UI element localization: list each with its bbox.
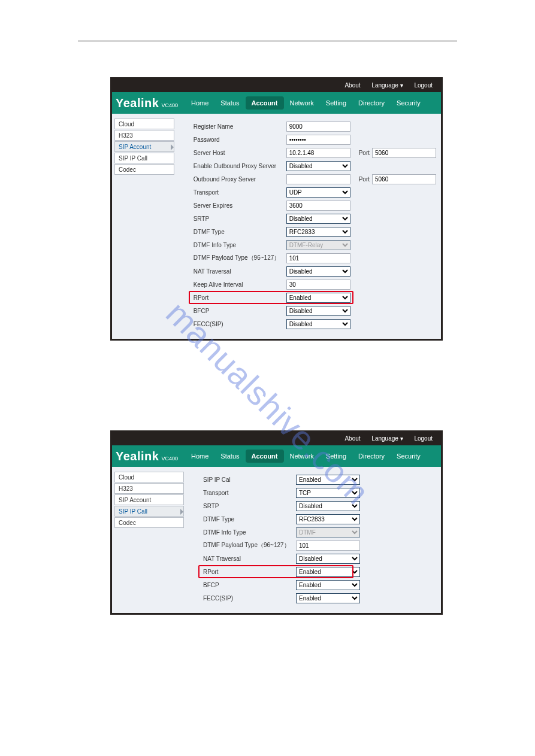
sidebar: Cloud H323 SIP Account SIP IP Call Codec [114,472,184,605]
server-expires-input[interactable] [286,201,350,211]
dtmf-info-type-select: DTMF [296,527,360,538]
sidebar-item-h323[interactable]: H323 [114,483,184,494]
srtp-label: SRTP [203,503,296,509]
proxy-server-port-input[interactable] [372,174,436,184]
keep-alive-input[interactable] [286,280,350,290]
brand-sub: VC400 [161,456,178,462]
brand-main: Yealink [116,96,159,110]
srtp-label: SRTP [194,215,286,222]
server-host-input[interactable] [286,148,350,158]
bfcp-label: BFCP [194,308,286,314]
fecc-select[interactable]: Disabled [286,319,350,329]
server-expires-label: Server Expires [194,202,286,209]
brand-main: Yealink [116,450,159,463]
screenshot-sip-ip-call: About Language ▾ Logout Yealink VC400 Ho… [110,430,443,615]
dtmf-payload-input[interactable] [296,541,360,551]
sidebar-item-cloud[interactable]: Cloud [114,472,184,482]
register-name-label: Register Name [194,123,286,130]
password-input[interactable] [286,135,350,145]
password-label: Password [194,136,286,143]
sidebar-item-sip-account[interactable]: SIP Account [114,141,174,152]
sidebar-item-sip-ip-call[interactable]: SIP IP Call [114,153,174,163]
logout-link[interactable]: Logout [414,435,433,442]
sidebar-item-sip-account[interactable]: SIP Account [114,494,184,505]
tab-setting[interactable]: Setting [320,96,352,110]
sip-ip-call-form: SIP IP Cal Enabled Transport TCP SRTP Di… [184,472,436,605]
brand-sub: VC400 [161,102,178,108]
main-menu-bar: Yealink VC400 Home Status Account Networ… [112,92,441,114]
brand-logo: Yealink VC400 [116,96,178,110]
dtmf-type-label: DTMF Type [203,516,296,523]
nat-traversal-select[interactable]: Disabled [286,266,350,277]
rport-label: RPort [203,569,296,575]
proxy-server-label: Outbound Proxy Server [194,176,286,183]
tab-home[interactable]: Home [185,450,214,463]
tab-status[interactable]: Status [214,96,245,110]
nat-traversal-label: NAT Traversal [203,555,296,562]
nat-traversal-label: NAT Traversal [194,268,286,275]
tab-security[interactable]: Security [391,450,427,463]
dtmf-type-select[interactable]: RFC2833 [286,227,350,237]
transport-select[interactable]: UDP [286,187,350,198]
keep-alive-label: Keep Alive Interval [194,281,286,288]
main-menu-bar: Yealink VC400 Home Status Account Networ… [112,445,441,467]
dtmf-payload-label: DTMF Payload Type（96~127） [194,254,286,262]
sip-ip-call-label: SIP IP Cal [203,476,296,483]
server-host-port-label: Port [359,150,370,156]
tab-security[interactable]: Security [391,96,427,110]
tab-status[interactable]: Status [214,450,245,463]
sidebar-item-sip-ip-call[interactable]: SIP IP Call [114,506,184,517]
top-bar: About Language ▾ Logout [112,432,441,445]
tab-setting[interactable]: Setting [320,450,352,463]
dtmf-info-type-label: DTMF Info Type [203,529,296,536]
rport-select[interactable]: Enabled [296,567,360,577]
dtmf-payload-label: DTMF Payload Type（96~127） [203,541,296,549]
screenshot-sip-account: About Language ▾ Logout Yealink VC400 Ho… [110,77,443,341]
transport-select[interactable]: TCP [296,488,360,498]
dtmf-payload-input[interactable] [286,253,350,263]
proxy-server-port-label: Port [359,176,370,183]
srtp-select[interactable]: Disabled [296,501,360,511]
fecc-select[interactable]: Enabled [296,593,360,603]
page-top-rule [78,41,457,41]
enable-proxy-label: Enable Outbound Proxy Server [194,163,286,169]
sidebar-item-codec[interactable]: Codec [114,164,174,175]
sip-ip-call-select[interactable]: Enabled [296,475,360,485]
rport-label: RPort [194,294,286,301]
fecc-label: FECC(SIP) [194,321,286,327]
enable-proxy-select[interactable]: Disabled [286,161,350,171]
sidebar-item-codec[interactable]: Codec [114,517,184,528]
tab-network[interactable]: Network [284,96,320,110]
dtmf-info-type-label: DTMF Info Type [194,242,286,248]
bfcp-select[interactable]: Enabled [296,580,360,590]
bfcp-label: BFCP [203,582,296,588]
register-name-input[interactable] [286,122,350,132]
rport-select[interactable]: Enabled [286,293,350,303]
brand-logo: Yealink VC400 [116,450,178,463]
language-menu[interactable]: Language ▾ [371,435,403,442]
proxy-server-input[interactable] [286,174,350,184]
language-menu[interactable]: Language ▾ [371,82,403,89]
about-link[interactable]: About [344,82,360,89]
bfcp-select[interactable]: Disabled [286,306,350,316]
srtp-select[interactable]: Disabled [286,214,350,224]
dtmf-type-label: DTMF Type [194,229,286,235]
sidebar-item-cloud[interactable]: Cloud [114,119,174,129]
tab-directory[interactable]: Directory [352,450,391,463]
tab-home[interactable]: Home [185,96,214,110]
tab-account[interactable]: Account [246,96,284,110]
tab-account[interactable]: Account [246,450,284,463]
tab-directory[interactable]: Directory [352,96,391,110]
nat-traversal-select[interactable]: Disabled [296,554,360,564]
transport-label: Transport [203,490,296,496]
sidebar-item-h323[interactable]: H323 [114,130,174,141]
fecc-label: FECC(SIP) [203,595,296,602]
logout-link[interactable]: Logout [414,82,433,89]
tab-network[interactable]: Network [284,450,320,463]
server-host-port-input[interactable] [372,148,436,158]
sidebar: Cloud H323 SIP Account SIP IP Call Codec [114,119,174,330]
about-link[interactable]: About [344,435,360,442]
server-host-label: Server Host [194,150,286,156]
dtmf-type-select[interactable]: RFC2833 [296,514,360,524]
dtmf-info-type-select: DTMF-Relay [286,240,350,250]
